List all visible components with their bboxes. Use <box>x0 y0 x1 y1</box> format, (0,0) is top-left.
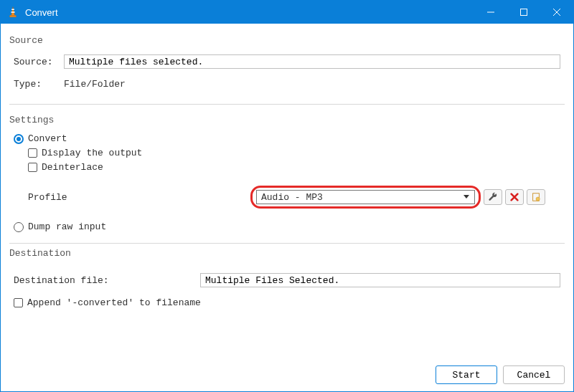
profile-highlight: Audio - MP3 <box>250 186 481 209</box>
radio-checked-icon <box>14 134 24 144</box>
wrench-icon <box>488 192 498 202</box>
svg-rect-2 <box>10 16 17 17</box>
minimize-button[interactable] <box>474 1 507 24</box>
convert-radio-label: Convert <box>28 133 67 144</box>
dump-raw-radio-row[interactable]: Dump raw input <box>14 221 560 232</box>
edit-profile-button[interactable] <box>484 189 502 205</box>
start-button[interactable]: Start <box>436 365 497 384</box>
display-output-label: Display the output <box>42 148 142 158</box>
maximize-button[interactable] <box>507 1 540 24</box>
close-button[interactable] <box>540 1 573 24</box>
checkbox-unchecked-icon <box>28 163 37 172</box>
svg-point-8 <box>536 197 540 201</box>
source-section-title: Source <box>9 35 565 46</box>
type-label: Type: <box>14 79 64 90</box>
display-output-checkbox-row[interactable]: Display the output <box>28 148 560 158</box>
settings-section-title: Settings <box>9 115 565 125</box>
new-profile-button[interactable] <box>527 189 545 205</box>
checkbox-unchecked-icon <box>14 298 23 307</box>
convert-dialog: Convert Source Source: Type: File/Folder… <box>0 0 574 392</box>
destination-file-input[interactable] <box>200 273 560 287</box>
divider <box>9 243 565 244</box>
svg-rect-1 <box>11 11 14 13</box>
divider <box>9 104 565 105</box>
radio-unchecked-icon <box>14 222 24 232</box>
convert-radio-row[interactable]: Convert <box>14 133 560 144</box>
append-converted-checkbox-row[interactable]: Append '-converted' to filename <box>14 297 560 308</box>
checkbox-unchecked-icon <box>28 148 37 158</box>
vlc-cone-icon <box>6 6 19 19</box>
destination-section-title: Destination <box>9 248 565 259</box>
deinterlace-checkbox-row[interactable]: Deinterlace <box>28 162 560 173</box>
profile-label: Profile <box>28 192 78 203</box>
titlebar: Convert <box>1 1 573 24</box>
delete-profile-button[interactable] <box>505 189 524 205</box>
profile-select[interactable]: Audio - MP3 <box>256 190 475 204</box>
profile-select-value: Audio - MP3 <box>261 192 461 203</box>
new-document-icon <box>531 192 541 202</box>
destination-file-label: Destination file: <box>14 275 121 286</box>
append-converted-label: Append '-converted' to filename <box>27 297 201 308</box>
dialog-footer: Start Cancel <box>1 360 573 391</box>
svg-rect-0 <box>11 9 14 11</box>
source-input[interactable] <box>64 54 560 69</box>
type-value: File/Folder <box>64 79 126 90</box>
source-label: Source: <box>14 57 64 67</box>
x-red-icon <box>509 192 519 202</box>
window-title: Convert <box>25 7 474 18</box>
chevron-down-icon <box>461 192 471 202</box>
svg-rect-4 <box>521 9 527 16</box>
deinterlace-label: Deinterlace <box>42 162 103 173</box>
dump-raw-label: Dump raw input <box>28 221 106 232</box>
cancel-button[interactable]: Cancel <box>503 365 565 384</box>
dialog-content: Source Source: Type: File/Folder Setting… <box>1 24 573 360</box>
